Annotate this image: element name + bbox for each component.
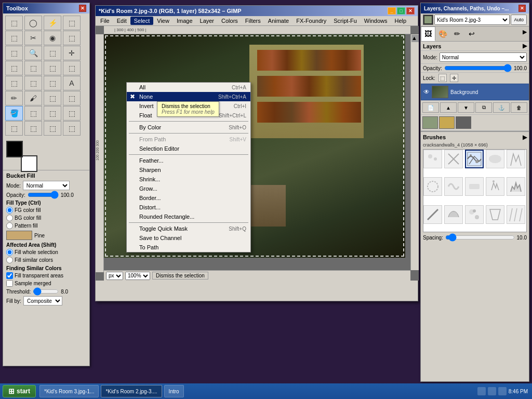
zoom-select[interactable]: 100% (125, 272, 150, 280)
brush-item[interactable] (423, 205, 442, 224)
menu-item-sharpen[interactable]: Sharpen (127, 165, 250, 175)
brush-item[interactable] (507, 150, 525, 168)
tool-heal[interactable]: ⬚ (63, 106, 81, 121)
lock-position-icon[interactable]: ✛ (450, 74, 458, 82)
taskbar-item-1[interactable]: *Kid's Room 3.jpg-1... (39, 385, 99, 397)
maximize-button[interactable]: □ (397, 7, 405, 15)
tab-undo[interactable]: ↩ (464, 26, 479, 41)
tool-flip[interactable]: ⬚ (44, 76, 61, 90)
brush-item[interactable] (486, 150, 504, 168)
brush-item[interactable] (507, 205, 525, 224)
brush-item[interactable] (486, 205, 504, 224)
menu-item-selection-editor[interactable]: Selection Editor (127, 144, 250, 153)
start-button[interactable]: ⊞ start (3, 385, 36, 397)
tool-paths[interactable]: ⬚ (63, 31, 81, 45)
background-color-swatch[interactable] (21, 155, 37, 172)
tool-airbrush[interactable]: ⬚ (63, 91, 81, 105)
tool-ellipse-select[interactable]: ◯ (24, 16, 42, 30)
layer-mode-select[interactable]: Normal (440, 52, 527, 62)
menu-fx-foundry[interactable]: FX-Foundry (292, 17, 330, 25)
tool-rect-select[interactable]: ⬚ (5, 16, 23, 30)
pattern-fill-radio[interactable] (6, 222, 13, 229)
menu-item-to-path[interactable]: To Path (127, 243, 250, 252)
tab-paths[interactable]: ✏ (450, 26, 464, 41)
tool-eraser[interactable]: ⬚ (44, 91, 61, 105)
tool-dodge-burn[interactable]: ⬚ (63, 121, 81, 136)
brush-item-selected[interactable] (465, 150, 484, 168)
tool-perspective[interactable]: ⬚ (24, 76, 42, 90)
menu-item-border[interactable]: Border... (127, 193, 250, 203)
tool-scissors[interactable]: ✂ (24, 31, 42, 45)
dismiss-selection-button[interactable]: Dismiss the selection (152, 272, 208, 280)
threshold-slider[interactable] (33, 288, 59, 295)
raise-layer-button[interactable]: ▲ (440, 102, 457, 113)
tab-layers[interactable]: 🖼 (421, 26, 435, 41)
foreground-color-swatch[interactable] (6, 141, 23, 157)
sample-merged-checkbox[interactable] (6, 280, 13, 287)
mode-select[interactable]: Normal (23, 181, 70, 190)
brush-item[interactable] (507, 177, 525, 196)
spacing-slider[interactable] (445, 234, 515, 241)
expand-layers-icon[interactable]: ▶ (523, 43, 527, 49)
tool-pencil[interactable]: ✏ (5, 91, 23, 105)
tool-bucket-fill[interactable]: 🪣 (5, 106, 23, 121)
tool-alignment[interactable]: ⬚ (5, 61, 23, 75)
anchor-layer-button[interactable]: ⚓ (493, 102, 510, 113)
menu-script-fu[interactable]: Script-Fu (330, 17, 361, 25)
brush-item[interactable] (486, 177, 504, 196)
menu-item-all[interactable]: All Ctrl+A (127, 83, 250, 92)
fill-whole-radio[interactable] (6, 249, 13, 256)
brushes-expand-icon[interactable]: ▶ (523, 134, 527, 141)
menu-view[interactable]: View (153, 17, 173, 25)
menu-edit[interactable]: Edit (113, 17, 130, 25)
tool-measure[interactable]: ⬚ (44, 46, 61, 60)
menu-item-by-color[interactable]: By Color Shift+O (127, 123, 250, 132)
duplicate-layer-button[interactable]: ⧉ (475, 102, 492, 113)
brush-item[interactable] (423, 177, 442, 196)
tool-color-picker[interactable]: ⬚ (5, 46, 23, 60)
unit-select[interactable]: px (106, 272, 123, 280)
tool-paintbrush[interactable]: 🖌 (24, 91, 42, 105)
tool-shear[interactable]: ⬚ (5, 76, 23, 90)
lock-pixels-icon[interactable]: ⬚ (438, 74, 447, 82)
menu-item-feather[interactable]: Feather... (127, 156, 250, 165)
brush-item[interactable] (465, 205, 484, 224)
scrollbar-vertical[interactable]: ▲ (410, 34, 419, 270)
tool-scale[interactable]: ⬚ (63, 61, 81, 75)
toolbox-close-button[interactable]: ✕ (79, 5, 86, 12)
menu-animate[interactable]: Animate (264, 17, 292, 25)
layer-visibility-icon[interactable]: 👁 (423, 88, 430, 96)
menu-item-none[interactable]: ✖ None Shift+Ctrl+A (127, 92, 250, 101)
tool-move[interactable]: ✛ (63, 46, 81, 60)
auto-button[interactable]: Auto (511, 15, 527, 25)
opacity-slider[interactable] (28, 192, 59, 198)
bg-color-radio[interactable] (6, 215, 13, 221)
taskbar-item-3[interactable]: Intro (164, 385, 184, 397)
brush-icon-1[interactable] (422, 116, 438, 129)
tool-zoom[interactable]: 🔍 (24, 46, 42, 60)
new-layer-button[interactable]: 📄 (422, 102, 439, 113)
menu-item-rounded-rect[interactable]: Rounded Rectangle... (127, 212, 250, 221)
brush-icon-3[interactable] (456, 116, 471, 129)
tool-free-select[interactable]: ⚡ (44, 16, 61, 30)
brush-icon-2[interactable] (439, 116, 455, 129)
fill-transparent-checkbox[interactable] (6, 272, 13, 279)
menu-item-distort[interactable]: Distort... (127, 203, 250, 212)
brush-item[interactable] (444, 205, 463, 224)
pattern-swatch[interactable] (6, 231, 32, 240)
scroll-thumb-v[interactable]: ▲ (411, 35, 419, 42)
tool-foreground-select[interactable]: ◉ (44, 31, 61, 45)
menu-filters[interactable]: Filters (242, 17, 264, 25)
tool-fuzzy-select[interactable]: ⬚ (63, 16, 81, 30)
menu-image[interactable]: Image (173, 17, 196, 25)
tool-blur[interactable]: ⬚ (24, 121, 42, 136)
tool-perspective-clone[interactable]: ⬚ (5, 121, 23, 136)
background-layer-row[interactable]: 👁 Background (421, 84, 529, 100)
menu-item-from-path[interactable]: From Path Shift+V (127, 135, 250, 144)
delete-layer-button[interactable]: 🗑 (511, 102, 527, 113)
lower-layer-button[interactable]: ▼ (458, 102, 474, 113)
brush-item[interactable] (444, 150, 463, 168)
tool-smudge[interactable]: ⬚ (44, 121, 61, 136)
layers-close-button[interactable]: ✕ (518, 5, 526, 12)
tool-text[interactable]: A (63, 76, 81, 90)
